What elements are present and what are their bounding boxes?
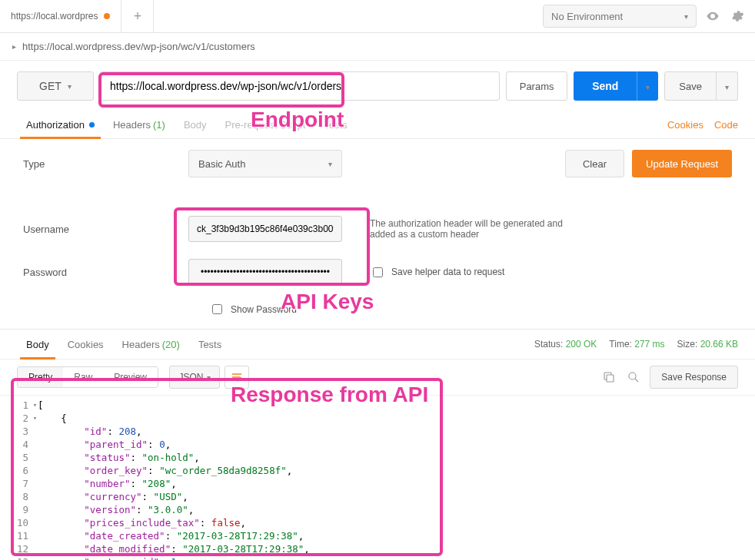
view-pretty[interactable]: Pretty [18,367,63,387]
username-label: Username [23,224,188,235]
chevron-down-icon: ▾ [68,82,72,91]
search-icon[interactable] [625,369,642,386]
view-mode-tabs: Pretty Raw Preview [17,366,158,388]
clear-button[interactable]: Clear [565,150,624,177]
chevron-down-icon: ▾ [207,373,211,382]
resp-tab-body[interactable]: Body [17,330,58,359]
resp-tab-tests[interactable]: Tests [189,330,231,359]
params-button[interactable]: Params [506,71,567,101]
send-button-group: Send ▾ [574,71,658,101]
request-tab[interactable]: https://local.wordpres [0,0,121,32]
wrap-lines-button[interactable] [225,366,249,389]
response-body: 1234567891011121314 [ { "id": 208, "pare… [0,396,755,560]
url-input[interactable] [100,71,500,101]
tab-tests[interactable]: Tests [314,111,356,138]
response-meta: Status: 200 OK Time: 277 ms Size: 20.66 … [534,339,738,350]
settings-icon[interactable] [729,8,746,25]
active-dot-icon [89,122,95,128]
view-raw[interactable]: Raw [63,367,103,387]
top-bar: https://local.wordpres + No Environment … [0,0,755,33]
format-select[interactable]: JSON▾ [169,366,220,389]
auth-info-text: The authorization header will be generat… [370,218,577,240]
tab-prerequest[interactable]: Pre-request Script [216,111,315,138]
http-method-select[interactable]: GET ▾ [17,71,94,101]
chevron-down-icon: ▾ [646,83,650,91]
resp-tab-cookies[interactable]: Cookies [58,330,113,359]
auth-type-select[interactable]: Basic Auth ▾ [188,150,342,177]
response-tabs: Body Cookies Headers(20) Tests Status: 2… [0,329,755,360]
send-dropdown[interactable]: ▾ [637,71,658,101]
tab-title: https://local.wordpres [11,11,98,22]
code-link[interactable]: Code [714,119,738,131]
auth-type-label: Type [23,158,188,170]
line-gutter: 1234567891011121314 [17,399,38,560]
username-input[interactable] [188,216,342,242]
show-password-label: Show Password [231,304,297,315]
view-preview[interactable]: Preview [103,367,158,387]
password-input[interactable] [188,259,342,285]
time-value: 277 ms [634,339,664,350]
unsaved-dot-icon [104,13,110,19]
quick-look-icon[interactable] [704,8,721,25]
response-toolbar: Pretty Raw Preview JSON▾ Save Response [0,360,755,396]
request-links: Cookies Code [667,119,738,131]
password-label: Password [23,267,188,278]
save-dropdown[interactable]: ▾ [717,71,738,101]
tab-authorization[interactable]: Authorization [17,111,104,138]
svg-point-1 [629,373,636,379]
chevron-down-icon: ▾ [684,12,688,21]
breadcrumb-caret-icon[interactable]: ▸ [12,42,16,51]
show-password-checkbox[interactable] [212,304,222,314]
save-button-group: Save ▾ [664,71,738,101]
code-content[interactable]: [ { "id": 208, "parent_id": 0, "status":… [38,399,310,560]
send-button[interactable]: Send [574,71,637,101]
tab-body[interactable]: Body [175,111,216,138]
chevron-down-icon: ▾ [725,83,729,91]
environment-select[interactable]: No Environment ▾ [543,5,697,28]
auth-section: Type Basic Auth ▾ Clear Update Request U… [0,139,755,321]
save-button[interactable]: Save [664,71,717,101]
breadcrumb: ▸ https://local.wordpress.dev/wp-json/wc… [0,33,755,61]
status-value: 200 OK [566,339,597,350]
size-value: 20.66 KB [700,339,738,350]
breadcrumb-text: https://local.wordpress.dev/wp-json/wc/v… [22,41,255,52]
chevron-down-icon: ▾ [328,160,332,168]
http-method-label: GET [39,80,62,92]
environment-label: No Environment [551,11,623,22]
save-helper-label: Save helper data to request [391,267,504,277]
save-response-button[interactable]: Save Response [650,366,738,389]
update-request-button[interactable]: Update Request [632,150,732,177]
request-tabs: https://local.wordpres + [0,0,543,32]
copy-icon[interactable] [600,369,617,386]
new-tab-button[interactable]: + [121,0,154,32]
request-sub-tabs: Authorization Headers(1) Body Pre-reques… [0,111,755,139]
resp-tab-headers[interactable]: Headers(20) [113,330,189,359]
tab-headers[interactable]: Headers(1) [104,111,175,138]
save-helper-checkbox[interactable] [373,267,383,277]
cookies-link[interactable]: Cookies [667,119,703,131]
request-row: GET ▾ Params Send ▾ Save ▾ [0,61,755,111]
svg-rect-0 [607,375,614,382]
